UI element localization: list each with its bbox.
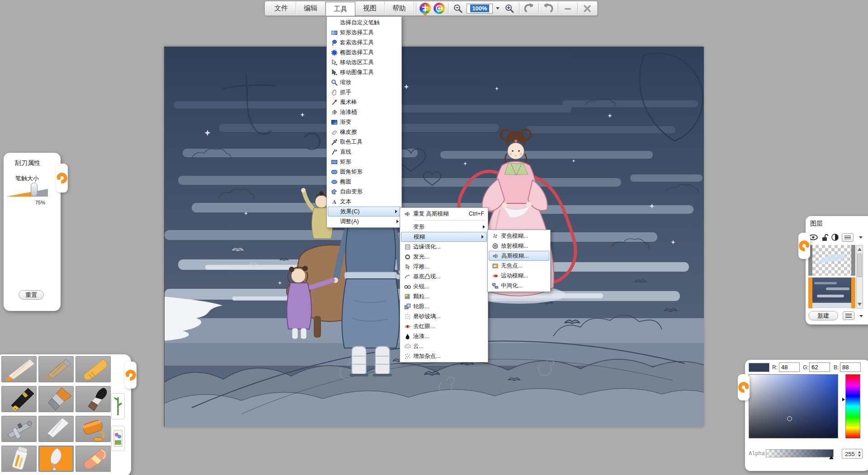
brush-fountain-pen[interactable] — [1, 386, 37, 412]
menu-item-eraser[interactable]: 橡皮擦 — [327, 127, 401, 137]
layers-panel-tab[interactable] — [798, 233, 810, 259]
menu-item-move-selection[interactable]: 移动选区工具 — [327, 57, 401, 67]
menu-item-repeat-gaussian-blur[interactable]: 重复 高斯模糊Ctrl+F — [400, 209, 488, 219]
scraper-panel-tab[interactable] — [56, 164, 68, 193]
bamboo-brush-tool[interactable] — [111, 393, 125, 419]
menu-item-add-noise[interactable]: 增加杂点... — [400, 351, 488, 361]
menu-item-medianize[interactable]: 中间化... — [488, 281, 550, 291]
close-button[interactable] — [580, 2, 595, 15]
menu-item-frosted-glass[interactable]: 磨砂玻璃... — [400, 311, 488, 321]
menu-item-text[interactable]: A文本 — [327, 197, 401, 207]
scroll-up-arrow-icon[interactable] — [858, 248, 862, 251]
layer-thumbnail-top[interactable] — [808, 245, 855, 276]
layer-lock-icon[interactable] — [821, 234, 828, 241]
menu-file[interactable]: 文件 — [267, 2, 296, 15]
brush-size-slider-track[interactable] — [6, 188, 49, 197]
undo-button[interactable] — [521, 2, 537, 15]
spinner-up-arrow-icon[interactable] — [858, 451, 861, 453]
menu-item-radial-blur[interactable]: 放射模糊... — [488, 241, 550, 251]
hue-bar[interactable] — [845, 374, 860, 438]
blue-value-input[interactable] — [840, 362, 861, 372]
menu-tools[interactable]: 工具 — [326, 2, 355, 16]
brush-size-slider-thumb[interactable] — [31, 183, 38, 197]
menu-item-rounded-rectangle[interactable]: 圆角矩形 — [327, 167, 401, 177]
menu-item-distort[interactable]: 变形 — [400, 222, 488, 232]
brush-colored-pencil[interactable] — [1, 356, 37, 382]
alpha-slider[interactable] — [766, 449, 834, 457]
menu-item-rectangle[interactable]: 矩形 — [327, 157, 401, 167]
brush-pastel-stick[interactable] — [38, 356, 74, 382]
layer-menu-caret[interactable] — [859, 236, 863, 239]
menu-item-emboss[interactable]: 浮雕... — [400, 262, 488, 272]
color-position-marker[interactable] — [787, 416, 792, 421]
alpha-value-spinner[interactable]: 255 — [842, 449, 863, 459]
brush-marker[interactable] — [1, 446, 37, 472]
menu-item-motion-blur[interactable]: 运动模糊... — [488, 271, 550, 281]
menu-item-grain[interactable]: 颗粒... — [400, 292, 488, 301]
menu-item-ellipse-select[interactable]: 椭圆选择工具 — [327, 47, 401, 57]
brush-ink-brush[interactable] — [75, 386, 111, 412]
stamp-tool[interactable] — [111, 426, 125, 451]
alpha-slider-marker[interactable] — [829, 456, 834, 459]
saturation-value-square[interactable] — [749, 374, 838, 438]
zoom-out-button[interactable] — [450, 2, 466, 15]
menu-item-lasso-select[interactable]: 套索选择工具 — [327, 38, 401, 47]
menu-item-color-picker[interactable]: 取色工具 — [327, 137, 401, 147]
menu-item-gaussian-blur[interactable]: 高斯模糊... — [489, 251, 549, 261]
brush-paint-roller[interactable] — [75, 416, 111, 442]
zoom-dropdown-caret[interactable] — [496, 7, 500, 9]
brush-crayon[interactable] — [75, 356, 111, 382]
menu-help[interactable]: 帮助 — [385, 2, 414, 15]
redo-button[interactable] — [541, 2, 556, 15]
menu-item-magic-wand[interactable]: 魔术棒 — [327, 97, 401, 107]
menu-item-paint-bucket[interactable]: 油漆桶 — [327, 107, 401, 117]
scrollbar-thumb[interactable] — [857, 254, 862, 277]
minimize-button[interactable] — [560, 2, 576, 15]
brush-flat-brush[interactable] — [38, 386, 74, 412]
menu-item-gradient[interactable]: 渐变 — [327, 117, 401, 127]
menu-item-clouds[interactable]: 云... — [400, 341, 488, 351]
menu-item-blur[interactable]: 模糊 — [401, 232, 487, 242]
menu-item-free-transform[interactable]: 自由变形 — [327, 187, 401, 197]
layer-opacity-icon[interactable] — [831, 234, 839, 241]
menu-item-hand[interactable]: 抓手 — [327, 87, 401, 97]
menu-edit[interactable]: 编辑 — [296, 2, 326, 15]
brush-scraper-selected[interactable] — [38, 446, 74, 472]
hue-marker[interactable] — [842, 398, 845, 401]
color-panel-tab[interactable] — [738, 374, 750, 400]
zoom-in-button[interactable] — [502, 2, 517, 15]
layer-thumbnail-selected[interactable] — [808, 277, 855, 308]
menu-item-sharpen[interactable]: 尖锐... — [400, 282, 488, 292]
layers-scrollbar[interactable] — [856, 245, 863, 309]
red-value-input[interactable] — [779, 362, 800, 372]
brand-icon-1[interactable] — [420, 3, 431, 14]
menu-item-move-image[interactable]: 移动图像工具 — [327, 67, 401, 77]
menu-item-effects[interactable]: 效果(C) — [328, 207, 401, 216]
menu-item-zoom[interactable]: 缩放 — [327, 77, 401, 87]
menu-item-red-eye-removal[interactable]: 去红眼... — [400, 321, 488, 331]
menu-view[interactable]: 视图 — [355, 2, 385, 15]
scroll-down-arrow-icon[interactable] — [858, 303, 862, 306]
menu-item-glow[interactable]: 发光... — [400, 252, 488, 262]
menu-item-ellipse[interactable]: 椭圆 — [327, 177, 401, 187]
menu-item-adjust[interactable]: 调整(A) — [327, 216, 401, 226]
new-layer-button[interactable]: 新建 — [808, 311, 838, 320]
brush-eraser[interactable] — [75, 446, 111, 472]
reset-button[interactable]: 重置 — [19, 290, 44, 300]
green-value-input[interactable] — [809, 362, 830, 372]
menu-item-zoom-blur[interactable]: 变焦模糊... — [488, 231, 550, 241]
layer-menu-button[interactable] — [842, 233, 854, 242]
layers-options-caret[interactable] — [859, 315, 863, 317]
menu-item-select-custom-brush[interactable]: 选择自定义笔触 — [327, 18, 401, 28]
menu-item-defocus[interactable]: 无焦点... — [488, 261, 550, 271]
menu-item-edge-enhance[interactable]: 边缘强化... — [400, 242, 488, 252]
menu-item-paint[interactable]: 油漆... — [400, 331, 488, 341]
menu-item-bas-relief[interactable]: 基底凸现... — [400, 272, 488, 282]
brush-palette-knife[interactable] — [38, 416, 74, 442]
menu-item-line[interactable]: 直线 — [327, 147, 401, 157]
brush-airbrush[interactable] — [1, 416, 37, 442]
menu-item-contour[interactable]: 轮廓... — [400, 301, 488, 311]
menu-item-rect-select[interactable]: 矩形选择工具 — [327, 28, 401, 38]
brush-panel-tab[interactable] — [125, 362, 137, 389]
spinner-down-arrow-icon[interactable] — [858, 455, 861, 457]
